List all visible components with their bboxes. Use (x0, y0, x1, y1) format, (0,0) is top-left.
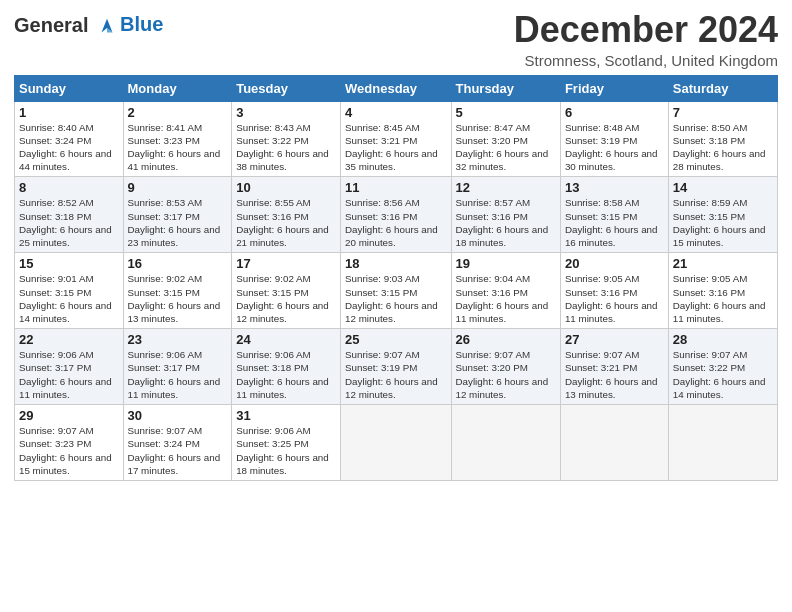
daylight-label: Daylight: 6 hours and 14 minutes. (673, 376, 766, 400)
cell-content: 2Sunrise: 8:41 AMSunset: 3:23 PMDaylight… (128, 105, 228, 174)
day-number: 24 (236, 332, 336, 347)
calendar-cell: 23Sunrise: 9:06 AMSunset: 3:17 PMDayligh… (123, 329, 232, 405)
daylight-label: Daylight: 6 hours and 12 minutes. (345, 376, 438, 400)
day-number: 3 (236, 105, 336, 120)
day-info: Sunrise: 8:53 AMSunset: 3:17 PMDaylight:… (128, 196, 228, 249)
calendar-cell: 14Sunrise: 8:59 AMSunset: 3:15 PMDayligh… (668, 177, 777, 253)
calendar-cell: 3Sunrise: 8:43 AMSunset: 3:22 PMDaylight… (232, 101, 341, 177)
main-title: December 2024 (514, 10, 778, 50)
cell-content: 22Sunrise: 9:06 AMSunset: 3:17 PMDayligh… (19, 332, 119, 401)
sunrise-label: Sunrise: 8:41 AM (128, 122, 203, 133)
sunset-label: Sunset: 3:16 PM (673, 287, 745, 298)
sunrise-label: Sunrise: 9:07 AM (19, 425, 94, 436)
cell-content: 10Sunrise: 8:55 AMSunset: 3:16 PMDayligh… (236, 180, 336, 249)
sunset-label: Sunset: 3:20 PM (456, 135, 528, 146)
daylight-label: Daylight: 6 hours and 41 minutes. (128, 148, 221, 172)
daylight-label: Daylight: 6 hours and 17 minutes. (128, 452, 221, 476)
sunrise-label: Sunrise: 8:58 AM (565, 197, 640, 208)
day-info: Sunrise: 9:07 AMSunset: 3:24 PMDaylight:… (128, 424, 228, 477)
day-number: 12 (456, 180, 556, 195)
day-number: 4 (345, 105, 446, 120)
sunset-label: Sunset: 3:24 PM (128, 438, 200, 449)
daylight-label: Daylight: 6 hours and 38 minutes. (236, 148, 329, 172)
daylight-label: Daylight: 6 hours and 18 minutes. (456, 224, 549, 248)
sunrise-label: Sunrise: 9:07 AM (128, 425, 203, 436)
day-info: Sunrise: 9:05 AMSunset: 3:16 PMDaylight:… (565, 272, 664, 325)
daylight-label: Daylight: 6 hours and 18 minutes. (236, 452, 329, 476)
cell-content: 9Sunrise: 8:53 AMSunset: 3:17 PMDaylight… (128, 180, 228, 249)
day-info: Sunrise: 9:06 AMSunset: 3:25 PMDaylight:… (236, 424, 336, 477)
daylight-label: Daylight: 6 hours and 11 minutes. (236, 376, 329, 400)
day-number: 19 (456, 256, 556, 271)
sunrise-label: Sunrise: 8:40 AM (19, 122, 94, 133)
calendar-cell: 12Sunrise: 8:57 AMSunset: 3:16 PMDayligh… (451, 177, 560, 253)
calendar-cell: 16Sunrise: 9:02 AMSunset: 3:15 PMDayligh… (123, 253, 232, 329)
daylight-label: Daylight: 6 hours and 20 minutes. (345, 224, 438, 248)
calendar-cell (560, 405, 668, 481)
sunset-label: Sunset: 3:15 PM (345, 287, 417, 298)
daylight-label: Daylight: 6 hours and 30 minutes. (565, 148, 658, 172)
calendar-cell: 24Sunrise: 9:06 AMSunset: 3:18 PMDayligh… (232, 329, 341, 405)
day-number: 22 (19, 332, 119, 347)
daylight-label: Daylight: 6 hours and 15 minutes. (19, 452, 112, 476)
daylight-label: Daylight: 6 hours and 28 minutes. (673, 148, 766, 172)
cell-content: 20Sunrise: 9:05 AMSunset: 3:16 PMDayligh… (565, 256, 664, 325)
day-info: Sunrise: 9:07 AMSunset: 3:22 PMDaylight:… (673, 348, 773, 401)
sunset-label: Sunset: 3:18 PM (236, 362, 308, 373)
sunrise-label: Sunrise: 8:43 AM (236, 122, 311, 133)
cell-content: 16Sunrise: 9:02 AMSunset: 3:15 PMDayligh… (128, 256, 228, 325)
calendar-week-4: 22Sunrise: 9:06 AMSunset: 3:17 PMDayligh… (15, 329, 778, 405)
calendar-cell: 13Sunrise: 8:58 AMSunset: 3:15 PMDayligh… (560, 177, 668, 253)
sunrise-label: Sunrise: 9:02 AM (128, 273, 203, 284)
day-info: Sunrise: 8:43 AMSunset: 3:22 PMDaylight:… (236, 121, 336, 174)
calendar-cell: 31Sunrise: 9:06 AMSunset: 3:25 PMDayligh… (232, 405, 341, 481)
calendar-header-row: SundayMondayTuesdayWednesdayThursdayFrid… (15, 75, 778, 101)
day-header-friday: Friday (560, 75, 668, 101)
calendar-table: SundayMondayTuesdayWednesdayThursdayFrid… (14, 75, 778, 481)
cell-content: 15Sunrise: 9:01 AMSunset: 3:15 PMDayligh… (19, 256, 119, 325)
day-number: 8 (19, 180, 119, 195)
sunset-label: Sunset: 3:15 PM (128, 287, 200, 298)
sunset-label: Sunset: 3:22 PM (236, 135, 308, 146)
sunrise-label: Sunrise: 8:45 AM (345, 122, 420, 133)
sunrise-label: Sunrise: 9:05 AM (673, 273, 748, 284)
sunrise-label: Sunrise: 9:01 AM (19, 273, 94, 284)
sunset-label: Sunset: 3:15 PM (236, 287, 308, 298)
daylight-label: Daylight: 6 hours and 23 minutes. (128, 224, 221, 248)
day-number: 9 (128, 180, 228, 195)
sunrise-label: Sunrise: 9:05 AM (565, 273, 640, 284)
sunrise-label: Sunrise: 9:02 AM (236, 273, 311, 284)
header: General Blue December 2024 Stromness, Sc… (14, 10, 778, 69)
daylight-label: Daylight: 6 hours and 11 minutes. (565, 300, 658, 324)
sunset-label: Sunset: 3:15 PM (19, 287, 91, 298)
day-number: 27 (565, 332, 664, 347)
sunrise-label: Sunrise: 8:50 AM (673, 122, 748, 133)
daylight-label: Daylight: 6 hours and 15 minutes. (673, 224, 766, 248)
sunrise-label: Sunrise: 8:52 AM (19, 197, 94, 208)
day-header-sunday: Sunday (15, 75, 124, 101)
cell-content: 7Sunrise: 8:50 AMSunset: 3:18 PMDaylight… (673, 105, 773, 174)
sunset-label: Sunset: 3:19 PM (565, 135, 637, 146)
day-info: Sunrise: 9:05 AMSunset: 3:16 PMDaylight:… (673, 272, 773, 325)
cell-content: 11Sunrise: 8:56 AMSunset: 3:16 PMDayligh… (345, 180, 446, 249)
calendar-week-1: 1Sunrise: 8:40 AMSunset: 3:24 PMDaylight… (15, 101, 778, 177)
day-info: Sunrise: 9:07 AMSunset: 3:20 PMDaylight:… (456, 348, 556, 401)
sunrise-label: Sunrise: 8:57 AM (456, 197, 531, 208)
calendar-cell: 22Sunrise: 9:06 AMSunset: 3:17 PMDayligh… (15, 329, 124, 405)
cell-content: 12Sunrise: 8:57 AMSunset: 3:16 PMDayligh… (456, 180, 556, 249)
day-info: Sunrise: 8:45 AMSunset: 3:21 PMDaylight:… (345, 121, 446, 174)
daylight-label: Daylight: 6 hours and 12 minutes. (236, 300, 329, 324)
day-number: 16 (128, 256, 228, 271)
daylight-label: Daylight: 6 hours and 11 minutes. (128, 376, 221, 400)
calendar-body: 1Sunrise: 8:40 AMSunset: 3:24 PMDaylight… (15, 101, 778, 480)
sunset-label: Sunset: 3:16 PM (565, 287, 637, 298)
sunset-label: Sunset: 3:17 PM (19, 362, 91, 373)
sunrise-label: Sunrise: 9:07 AM (673, 349, 748, 360)
day-number: 7 (673, 105, 773, 120)
calendar-week-5: 29Sunrise: 9:07 AMSunset: 3:23 PMDayligh… (15, 405, 778, 481)
day-info: Sunrise: 9:07 AMSunset: 3:19 PMDaylight:… (345, 348, 446, 401)
calendar-cell (668, 405, 777, 481)
day-info: Sunrise: 8:59 AMSunset: 3:15 PMDaylight:… (673, 196, 773, 249)
cell-content: 8Sunrise: 8:52 AMSunset: 3:18 PMDaylight… (19, 180, 119, 249)
sunrise-label: Sunrise: 9:06 AM (19, 349, 94, 360)
